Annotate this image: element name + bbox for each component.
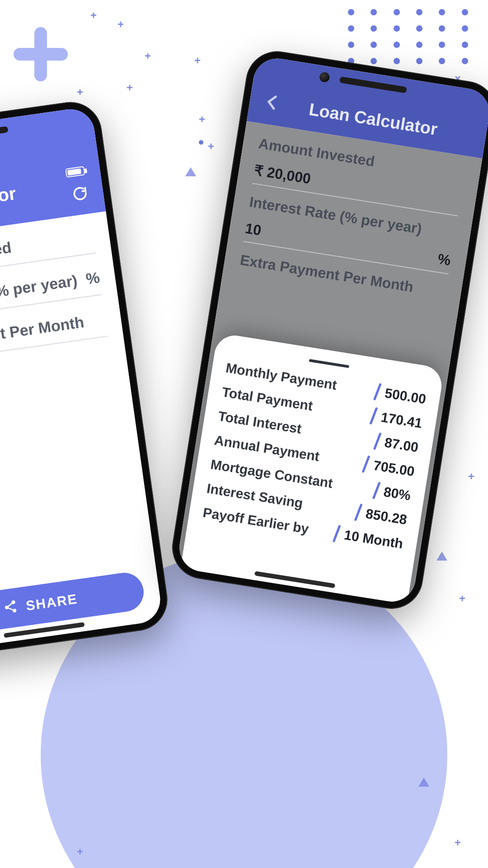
- result-value: 850.28: [365, 506, 408, 528]
- phone-mockup-results: Loan Calculator Amount Invested ₹20,000 …: [168, 47, 488, 613]
- result-marker-icon: [354, 504, 363, 521]
- sheet-grab-handle[interactable]: [309, 359, 349, 368]
- decor-cross-icon: +: [208, 140, 214, 153]
- decor-cross-icon: +: [77, 86, 83, 99]
- amount-label: Amount Invested: [0, 239, 13, 273]
- tenure-unit-toggle[interactable]: Years: [0, 365, 114, 412]
- dimmed-background: Amount Invested ₹20,000 Interest Rate (%…: [176, 121, 482, 605]
- input-form: Amount Invested Interest Rate (% per yea…: [0, 212, 163, 654]
- decor-dot: [199, 140, 203, 145]
- result-value: 500.00: [384, 385, 427, 407]
- decor-cross-icon: +: [199, 113, 205, 126]
- battery-icon: [65, 166, 85, 178]
- rate-suffix: %: [436, 250, 452, 269]
- amount-number: 20,000: [266, 164, 312, 187]
- decor-triangle-icon: [436, 552, 447, 561]
- result-marker-icon: [373, 383, 382, 401]
- decor-triangle-icon: [185, 167, 196, 176]
- result-value: 87.00: [384, 435, 419, 455]
- result-value: 80%: [383, 484, 412, 504]
- decor-cross-icon: +: [459, 592, 465, 605]
- result-marker-icon: [372, 481, 381, 499]
- decor-plus-icon: [14, 27, 68, 81]
- share-icon: [2, 599, 19, 618]
- decor-triangle-icon: [418, 778, 429, 787]
- share-label: SHARE: [25, 591, 79, 614]
- back-button[interactable]: [262, 92, 283, 115]
- result-marker-icon: [362, 455, 371, 473]
- result-marker-icon: [373, 432, 382, 450]
- decor-cross-icon: +: [127, 81, 133, 94]
- phone-mockup-input: 9:41 Loan Calculator Amount Invested In: [0, 98, 171, 661]
- currency-symbol: ₹: [253, 162, 264, 179]
- result-value: 10 Month: [343, 527, 404, 552]
- rate-suffix: %: [85, 269, 101, 288]
- page-title: Loan Calculator: [0, 183, 17, 222]
- rate-number: 10: [244, 220, 263, 239]
- result-marker-icon: [333, 525, 341, 542]
- decor-cross-icon: +: [117, 18, 124, 31]
- reset-button[interactable]: [71, 185, 89, 202]
- extra-payment-label: Extra Payment Per Month: [0, 313, 85, 356]
- result-value: 705.00: [372, 458, 416, 479]
- result-label: Total Interest: [217, 408, 302, 437]
- results-list: Monthly Payment 500.00 Total Payment 170…: [202, 359, 427, 553]
- decor-dot-grid: [343, 0, 479, 73]
- decor-cross-icon: +: [194, 54, 201, 67]
- decor-cross-icon: +: [77, 845, 83, 858]
- result-value: 170.41: [380, 410, 423, 431]
- result-marker-icon: [370, 407, 378, 425]
- decor-cross-icon: +: [455, 836, 461, 849]
- rate-label: Interest Rate (% per year): [0, 272, 79, 315]
- decor-cross-icon: +: [468, 470, 474, 483]
- extra-payment-field[interactable]: Extra Payment Per Month: [0, 310, 108, 365]
- svg-point-2: [13, 609, 17, 613]
- results-bottom-sheet[interactable]: Monthly Payment 500.00 Total Payment 170…: [180, 333, 444, 604]
- decor-cross-icon: +: [90, 9, 97, 22]
- decor-cross-icon: +: [145, 50, 151, 62]
